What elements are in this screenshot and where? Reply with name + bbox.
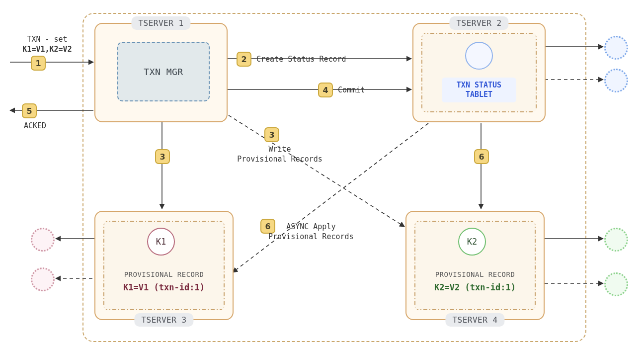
ts4-prov-head: PROVISIONAL RECORD: [414, 270, 536, 278]
step-num: 3: [160, 152, 165, 162]
tserver-4: TSERVER 4 K2 PROVISIONAL RECORD K2=V2 (t…: [405, 211, 545, 320]
step-num: 5: [26, 106, 32, 116]
label-write-prov: Write Provisional Records: [223, 144, 337, 165]
label-async-l1: ASYNC Apply: [286, 222, 335, 231]
tserver-2-title: TSERVER 2: [449, 16, 508, 30]
txn-status-tablet-label: TXN STATUS TABLET: [442, 78, 516, 102]
replica-red-1-icon: [31, 228, 55, 252]
tserver-3-title: TSERVER 3: [134, 313, 193, 327]
label-async-l2: Provisional Records: [268, 232, 354, 241]
replica-red-2-icon: [31, 267, 55, 291]
tserver-4-inner: K2 PROVISIONAL RECORD K2=V2 (txn-id:1): [414, 221, 536, 310]
txn-input-line2: K1=V1,K2=V2: [22, 45, 72, 54]
k1-label: K1: [156, 237, 166, 247]
ts3-prov-head: PROVISIONAL RECORD: [103, 270, 225, 278]
replica-green-1-icon: [604, 228, 628, 252]
step-num: 4: [322, 86, 328, 95]
step-num: 1: [35, 59, 41, 68]
txn-mgr-label: TXN MGR: [144, 67, 183, 77]
tserver-3: TSERVER 3 K1 PROVISIONAL RECORD K1=V1 (t…: [94, 211, 234, 320]
replica-blue-2-icon: [604, 69, 628, 92]
replica-blue-1-icon: [604, 36, 628, 60]
label-commit: Commit: [338, 86, 365, 94]
step-badge-2: 2: [237, 52, 251, 67]
tserver-2: TSERVER 2 TXN STATUS TABLET: [412, 23, 546, 122]
step-num: 6: [479, 152, 484, 162]
tserver-3-inner: K1 PROVISIONAL RECORD K1=V1 (txn-id:1): [103, 221, 225, 310]
k1-circle-icon: K1: [147, 228, 175, 256]
step-badge-3a: 3: [155, 149, 170, 164]
txn-input-line1: TXN - set: [27, 35, 67, 44]
ts4-prov-val: K2=V2 (txn-id:1): [414, 282, 536, 292]
tserver-4-title: TSERVER 4: [445, 313, 504, 327]
label-async-apply: ASYNC Apply Provisional Records: [268, 222, 398, 242]
step-badge-5: 5: [22, 103, 37, 118]
step-badge-4: 4: [318, 83, 333, 97]
label-write-prov-l2: Provisional Records: [237, 155, 322, 164]
tserver-1: TSERVER 1 TXN MGR: [94, 23, 228, 122]
label-acked: ACKED: [24, 121, 46, 130]
diagram-canvas: TXN - set K1=V1,K2=V2 1 2 4 5 3 3 6 6 Cr…: [0, 0, 644, 347]
step-badge-1: 1: [31, 56, 46, 71]
txn-mgr-box: TXN MGR: [117, 42, 210, 101]
step-num: 2: [241, 55, 246, 64]
tserver-1-title: TSERVER 1: [131, 16, 190, 30]
replica-green-2-icon: [604, 272, 628, 296]
k2-circle-icon: K2: [458, 228, 486, 256]
step-badge-6a: 6: [474, 149, 489, 164]
k2-label: K2: [467, 237, 477, 247]
ts3-prov-val: K1=V1 (txn-id:1): [103, 282, 225, 292]
txn-input-label: TXN - set K1=V1,K2=V2: [15, 35, 80, 54]
step-num: 3: [269, 130, 274, 140]
txn-status-circle-icon: [465, 42, 493, 70]
label-create-status: Create Status Record: [256, 55, 346, 64]
step-badge-3b: 3: [264, 127, 279, 142]
tserver-2-inner: TXN STATUS TABLET: [421, 33, 537, 112]
label-write-prov-l1: Write: [268, 145, 291, 154]
